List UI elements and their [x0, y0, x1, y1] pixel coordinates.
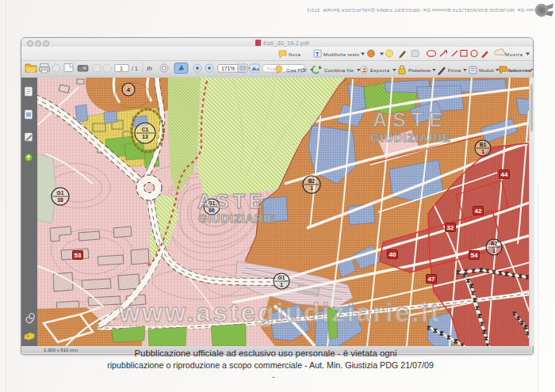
svg-text:Modifiche testo: Modifiche testo [323, 51, 360, 57]
svg-text:Firma: Firma [448, 68, 461, 73]
svg-text:/ 1: / 1 [132, 66, 138, 71]
svg-text:Ih: Ih [147, 65, 152, 72]
svg-text:Esporta: Esporta [370, 68, 390, 73]
svg-text:Protezione: Protezione [408, 68, 431, 73]
svg-text:1: 1 [120, 66, 123, 71]
svg-text:Rivedi e commenta: Rivedi e commenta [507, 68, 531, 73]
svg-text:Moduli: Moduli [479, 68, 494, 73]
svg-text:Crea PDF: Crea PDF [286, 68, 307, 73]
svg-text:171%: 171% [221, 66, 235, 71]
svg-text:T: T [316, 51, 320, 57]
svg-text:Combina file: Combina file [324, 68, 354, 73]
svg-text:Nota: Nota [289, 51, 301, 57]
svg-text:Mostra: Mostra [505, 51, 523, 57]
